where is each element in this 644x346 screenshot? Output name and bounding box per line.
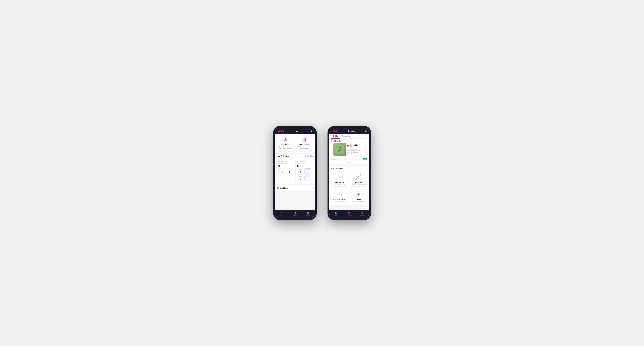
svg-point-35 [341,191,342,192]
add-round-icon [278,138,292,143]
svg-line-13 [340,177,342,178]
drills-label: Practice Drills [297,161,312,162]
drill-card-container: Wedge Ladder 50–100 yds Play 1 shot at e… [329,143,369,162]
putting-icon-area [352,190,366,197]
app-header: clippd Home ≡ [275,128,315,134]
drills-sub-stats-2: ARG 0 PUTT 4 [297,175,312,181]
svg-point-42 [359,194,360,195]
accent-bar [368,139,369,141]
around-the-green-title: Around The Green [333,198,347,200]
svg-point-20 [342,176,343,177]
practice-value: 0 [289,171,290,173]
arg-value: 0 [300,178,301,180]
around-the-green-desc: Hone your short game [333,200,347,202]
add-round-card[interactable]: Add Round Record your shots in fast or e… [277,136,294,152]
around-the-green-icon-area [333,190,347,197]
drill-name: Wedge Ladder [347,144,361,146]
practice-menu-icon[interactable]: ≡ [365,130,366,132]
practice-nav-activities[interactable]: Activities [342,210,356,218]
menu-icon[interactable]: ≡ [311,130,312,132]
tab-favourites[interactable]: Favourites [340,134,354,139]
svg-point-8 [337,153,342,153]
off-the-tee-icon-area [333,173,347,181]
app-value: 4 [308,171,308,173]
putt-stat: PUTT 4 [304,175,312,181]
tab-drills[interactable]: Drills [331,134,340,139]
practice-nav-home-label: Home [334,215,338,216]
svg-point-43 [357,193,358,194]
add-practice-desc: Capture your practice off-the-course [297,146,312,150]
svg-point-2 [286,140,287,141]
most-popular-label: Most Popular [329,139,369,143]
practice-stat: Practice 0 [286,168,292,174]
explore-section: Explore skill areas [329,164,369,205]
star-icon[interactable]: ☆ [363,144,364,146]
activities-icon [294,212,296,215]
drill-shots-label: 9 shots [331,158,338,160]
activity-section-header: Last 3 Months View Activity [275,153,315,158]
nav-home[interactable]: Home [275,210,288,218]
practice-capture-icon [361,212,364,215]
svg-point-24 [358,176,358,176]
drill-footer: 9 shots APP [331,158,367,162]
svg-point-4 [304,138,305,139]
skill-grid: Off The Tee Power and accuracy [329,171,369,205]
ott-value: 0 [300,171,301,173]
chevron-right-icon: › [312,187,313,190]
skill-approach[interactable]: Approach Dial-in to hit the green [350,171,367,186]
practice-page-title: Practice [348,130,356,132]
svg-point-18 [340,174,340,174]
nav-activities[interactable]: Activities [288,210,302,218]
stats-container: Rounds Rounds Capture 0 Tournament 0 Pra… [275,158,315,184]
drill-yds: 50–100 yds [347,146,361,148]
view-activity-link[interactable]: View Activity [304,155,313,157]
off-the-tee-title: Off The Tee [333,181,347,183]
practice-bottom-nav: Home Activities Capture [329,210,369,218]
svg-point-31 [339,193,340,194]
skill-around-the-green[interactable]: Around The Green Hone your short game [331,188,349,203]
rounds-capture-label: Rounds Capture [278,163,293,164]
rounds-total: 0 [278,164,293,168]
rounds-stat-box: Rounds Rounds Capture 0 Tournament 0 Pra… [277,159,294,183]
practice-screen-content: Most Popular [329,139,369,210]
drills-sub-stats: OTT 0 APP 4 [297,168,312,174]
drill-card-wedge-ladder[interactable]: Wedge Ladder 50–100 yds Play 1 shot at e… [333,143,366,156]
off-the-tee-desc: Power and accuracy [333,184,347,185]
arg-stat: ARG 0 [297,175,304,181]
skill-putting[interactable]: Putting Make and lag practice [350,188,367,203]
svg-line-11 [340,175,342,177]
golf-bag-label: My Golf Bag [277,187,288,189]
practice-header: clippd Practice ≡ [329,128,369,134]
svg-point-5 [304,140,306,141]
putt-value: 4 [308,178,308,180]
add-practice-card[interactable]: Add Practice Capture your practice off-t… [296,136,313,152]
nav-home-label: Home [280,215,283,216]
approach-desc: Dial-in to hit the green [352,184,366,185]
explore-label: Explore skill areas [329,166,369,171]
tournament-stat: Tournament 0 [278,168,286,174]
page-title: Home [295,130,300,132]
practice-nav-home[interactable]: Home [329,210,342,218]
drill-thumbnail [333,143,346,156]
add-round-desc: Record your shots in fast or enhanced mo… [278,146,292,150]
bottom-nav: Home Activities Capture [275,210,315,218]
putting-title: Putting [352,198,366,200]
svg-point-32 [340,193,341,193]
capture-icon [307,212,310,215]
golf-bag-row[interactable]: My Golf Bag › [275,184,315,191]
ott-label: OTT [298,169,303,170]
ott-stat: OTT 0 [297,168,304,174]
svg-point-36 [340,195,342,196]
svg-point-30 [338,195,339,195]
drill-card-info: Wedge Ladder 50–100 yds Play 1 shot at e… [346,143,365,156]
practice-screen: clippd Practice ≡ Drills Favourites Most… [329,128,369,218]
practice-nav-capture[interactable]: Capture [356,210,369,218]
skill-off-the-tee[interactable]: Off The Tee Power and accuracy [331,171,349,186]
home-screen: clippd Home ≡ [275,128,315,218]
practice-nav-activities-label: Activities [347,215,352,216]
most-popular-section: Most Popular [329,139,369,164]
nav-capture[interactable]: Capture [302,210,315,218]
phone-practice: clippd Practice ≡ Drills Favourites Most… [328,126,371,220]
nav-capture-label: Capture [306,215,310,216]
svg-point-34 [340,192,340,192]
